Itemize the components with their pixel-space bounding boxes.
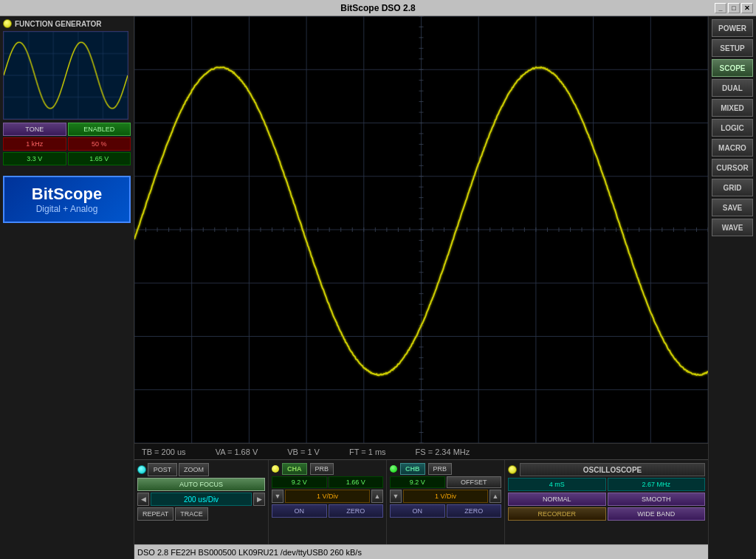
bottom-channels: CHA PRB 9.2 V 1.66 V ▼ 1 V/Div ▲ ON ZE: [269, 460, 708, 544]
status-vb-value: VB = 1 V: [287, 447, 320, 456]
zoom-button[interactable]: ZOOM: [179, 463, 209, 476]
cha-div-display: 1 V/Div: [285, 490, 370, 503]
bitscope-logo: BitScope Digital + Analog: [3, 176, 131, 223]
status-ft: FT = 1 ms: [349, 447, 386, 456]
window-title: BitScope DSO 2.8: [340, 3, 415, 13]
cha-zero-button[interactable]: ZERO: [329, 504, 384, 518]
status-fs: FS = 2.34 MHz: [416, 447, 470, 456]
repeat-button[interactable]: REPEAT: [137, 507, 173, 521]
osc-normal-button[interactable]: NORMAL: [508, 493, 606, 506]
logo-subtitle: Digital + Analog: [12, 204, 122, 214]
voltage-value[interactable]: 3.3 V: [3, 152, 66, 165]
duty-value[interactable]: 50 %: [68, 137, 131, 151]
main-layout: FUNCTION GENERATOR TONE ENABLED 1 kHz 50…: [0, 16, 756, 559]
logic-button[interactable]: LOGIC: [712, 119, 753, 137]
function-generator: FUNCTION GENERATOR TONE ENABLED 1 kHz 50…: [0, 16, 134, 170]
mini-waveform-canvas: [4, 32, 128, 119]
tone-button[interactable]: TONE: [3, 123, 66, 136]
grid-button[interactable]: GRID: [712, 179, 753, 196]
osc-recorder-button[interactable]: RECORDER: [508, 507, 606, 521]
bottom-left-controls: POST ZOOM AUTO FOCUS ◀ 200 us/Div ▶ REPE…: [134, 460, 269, 544]
chb-probe-button[interactable]: PRB: [428, 463, 453, 475]
chb-div-down[interactable]: ▼: [390, 490, 402, 503]
chb-led: [390, 465, 397, 473]
chb-div-display: 1 V/Div: [403, 490, 488, 503]
save-button[interactable]: SAVE: [712, 199, 753, 216]
osc-val1: 4 mS: [508, 478, 606, 491]
timebase-down-button[interactable]: ◀: [137, 493, 149, 506]
wave-button[interactable]: WAVE: [712, 219, 753, 236]
osc-smooth-button[interactable]: SMOOTH: [608, 493, 706, 506]
cha-led: [272, 465, 279, 473]
osc-led: [508, 465, 517, 474]
func-gen-title: FUNCTION GENERATOR: [15, 20, 101, 28]
osc-wideband-button[interactable]: WIDE BAND: [608, 507, 706, 521]
logo-name: BitScope: [12, 185, 122, 204]
scope-waveform-canvas: [134, 16, 708, 443]
timebase-display: 200 us/Div: [151, 493, 252, 506]
frequency-value[interactable]: 1 kHz: [3, 137, 66, 151]
trace-button[interactable]: TRACE: [175, 507, 208, 521]
cha-div-down[interactable]: ▼: [272, 490, 284, 503]
cha-name-button[interactable]: CHA: [282, 463, 307, 475]
status-fs-value: FS = 2.34 MHz: [416, 447, 470, 456]
mixed-button[interactable]: MIXED: [712, 99, 753, 117]
cha-on-button[interactable]: ON: [272, 504, 327, 518]
status-tb-value: TB = 200 us: [142, 447, 186, 456]
chb-name-button[interactable]: CHB: [400, 463, 425, 475]
chb-val1: 9.2 V: [390, 476, 445, 488]
power-button[interactable]: POWER: [712, 19, 753, 37]
status-tb: TB = 200 us: [142, 447, 186, 456]
footer: DSO 2.8 FE22H BS000500 LK09RU21 /dev/tty…: [134, 544, 708, 559]
func-gen-led: [3, 19, 12, 28]
status-bar: TB = 200 us VA = 1.68 V VB = 1 V FT = 1 …: [134, 443, 708, 459]
cursor-button[interactable]: CURSOR: [712, 159, 753, 176]
mini-scope-display: [3, 31, 128, 120]
status-va: VA = 1.68 V: [216, 447, 258, 456]
right-panel: POWERSETUPSCOPEDUALMIXEDLOGICMACROCURSOR…: [708, 16, 756, 559]
left-panel: FUNCTION GENERATOR TONE ENABLED 1 kHz 50…: [0, 16, 134, 559]
maximize-button[interactable]: □: [728, 3, 740, 13]
autofocus-button[interactable]: AUTO FOCUS: [137, 478, 265, 491]
timebase-up-button[interactable]: ▶: [253, 493, 265, 506]
dual-button[interactable]: DUAL: [712, 79, 753, 97]
status-vb: VB = 1 V: [287, 447, 320, 456]
cha-probe-button[interactable]: PRB: [310, 463, 334, 475]
scope-button[interactable]: SCOPE: [712, 59, 753, 77]
center-panel: TB = 200 us VA = 1.68 V VB = 1 V FT = 1 …: [134, 16, 708, 559]
oscilloscope-section: OSCILLOSCOPE 4 mS 2.67 MHz NORMAL SMOOTH…: [505, 460, 708, 544]
chb-zero-button[interactable]: ZERO: [447, 504, 502, 518]
title-bar: BitScope DSO 2.8 _ □ ✕: [0, 0, 756, 16]
status-ft-value: FT = 1 ms: [349, 447, 386, 456]
osc-title: OSCILLOSCOPE: [520, 463, 705, 476]
setup-button[interactable]: SETUP: [712, 39, 753, 57]
post-button[interactable]: POST: [148, 463, 177, 476]
bottom-controls: POST ZOOM AUTO FOCUS ◀ 200 us/Div ▶ REPE…: [134, 459, 708, 544]
bottom-led: [137, 465, 146, 474]
offset-value[interactable]: 1.65 V: [68, 152, 131, 165]
minimize-button[interactable]: _: [715, 3, 726, 13]
footer-text: DSO 2.8 FE22H BS000500 LK09RU21 /dev/tty…: [137, 548, 362, 557]
cha-val1: 9.2 V: [272, 476, 327, 488]
scope-display: [134, 16, 708, 443]
cha-val2: 1.66 V: [329, 476, 384, 488]
chb-div-up[interactable]: ▲: [489, 490, 501, 503]
channel-a-section: CHA PRB 9.2 V 1.66 V ▼ 1 V/Div ▲ ON ZE: [269, 460, 387, 544]
enabled-button[interactable]: ENABLED: [68, 123, 131, 136]
status-va-value: VA = 1.68 V: [216, 447, 258, 456]
channel-b-section: CHB PRB 9.2 V OFFSET ▼ 1 V/Div ▲ ON ZE: [387, 460, 505, 544]
chb-offset-button[interactable]: OFFSET: [447, 476, 502, 488]
macro-button[interactable]: MACRO: [712, 139, 753, 157]
osc-val2: 2.67 MHz: [608, 478, 706, 491]
chb-on-button[interactable]: ON: [390, 504, 445, 518]
close-button[interactable]: ✕: [741, 3, 753, 13]
cha-div-up[interactable]: ▲: [371, 490, 383, 503]
